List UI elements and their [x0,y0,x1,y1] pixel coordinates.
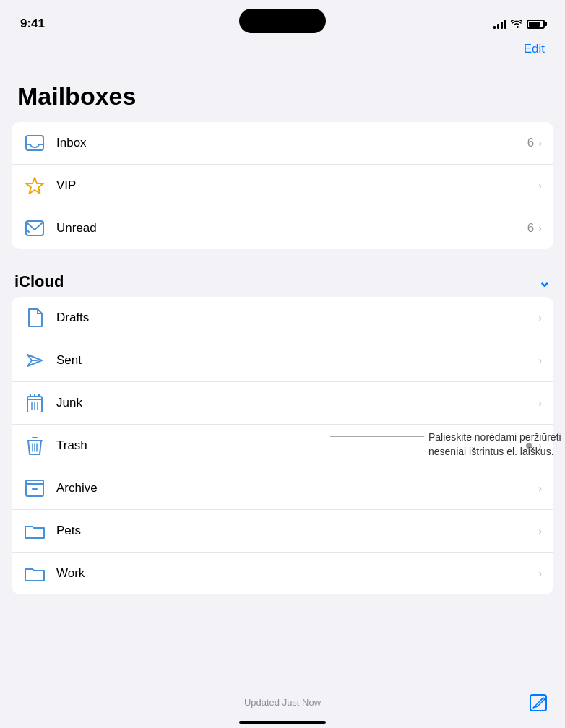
sent-item[interactable]: Sent › [12,339,553,382]
archive-item[interactable]: Archive › [12,467,553,510]
work-folder-icon [23,562,46,585]
archive-icon [23,477,46,500]
icloud-section-header[interactable]: iCloud ⌄ [0,261,565,297]
drafts-icon [23,306,46,329]
dynamic-island [239,9,326,33]
archive-label: Archive [56,481,538,495]
vip-item[interactable]: VIP › [12,165,553,207]
status-time: 9:41 [20,17,45,31]
archive-chevron: › [538,482,542,494]
work-label: Work [56,566,538,581]
updated-text: Updated Just Now [17,697,548,708]
drafts-item[interactable]: Drafts › [12,297,553,339]
status-icons [493,19,545,29]
vip-icon [23,174,46,197]
compose-button[interactable] [529,693,548,712]
signal-icon [493,19,506,29]
drafts-chevron: › [538,312,542,324]
work-chevron: › [538,568,542,579]
sent-chevron: › [538,355,542,366]
svg-rect-2 [26,221,43,235]
junk-item[interactable]: Junk › [12,382,553,425]
battery-icon [527,20,545,29]
drafts-label: Drafts [56,311,538,325]
pets-chevron: › [538,525,542,537]
junk-label: Junk [56,396,538,410]
sent-label: Sent [56,353,538,368]
callout-text: Palieskite norėdami peržiūrėti neseniai … [424,430,565,459]
unread-icon [23,217,46,240]
inbox-label: Inbox [56,136,527,150]
page-title: Mailboxes [0,77,565,122]
edit-button[interactable]: Edit [524,42,545,56]
svg-rect-19 [26,480,43,485]
vip-chevron: › [538,180,542,191]
inbox-badge: 6 [527,136,534,150]
junk-icon [23,391,46,415]
pets-item[interactable]: Pets › [12,510,553,552]
vip-label: VIP [56,178,534,193]
trash-callout: Palieskite norėdami peržiūrėti neseniai … [330,430,565,459]
svg-line-23 [541,698,543,700]
unread-badge: 6 [527,221,534,235]
icloud-expand-icon: ⌄ [538,273,551,290]
unread-label: Unread [56,221,527,235]
wifi-icon [511,20,522,29]
unread-chevron: › [538,222,542,234]
junk-chevron: › [538,397,542,409]
work-item[interactable]: Work › [12,552,553,594]
pets-folder-icon [23,519,46,542]
home-indicator [239,721,326,724]
unread-item[interactable]: Unread 6 › [12,207,553,249]
inbox-item[interactable]: Inbox 6 › [12,122,553,165]
phone-frame: 9:41 Edit Mailboxes [0,0,565,728]
svg-marker-1 [26,178,43,194]
inbox-icon [23,131,46,155]
inbox-chevron: › [538,137,542,149]
top-mailboxes-card: Inbox 6 › VIP › Unread [12,122,553,249]
icloud-title: iCloud [14,272,64,291]
sent-icon [23,349,46,372]
trash-icon [23,434,46,457]
pets-label: Pets [56,524,538,538]
svg-rect-18 [26,484,43,496]
